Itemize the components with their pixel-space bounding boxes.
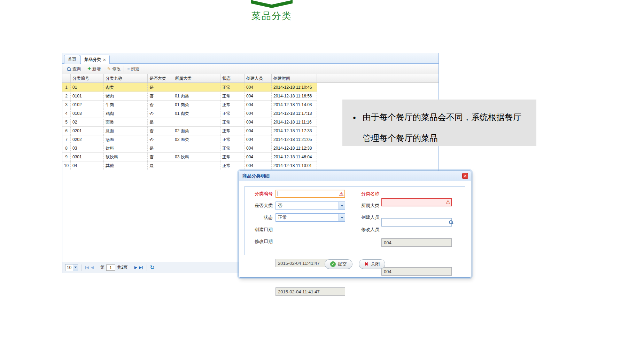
close-button[interactable]: ✖ 关闭 bbox=[359, 259, 386, 269]
grid-header-cell[interactable]: 分类名称 bbox=[104, 74, 148, 82]
name-input[interactable] bbox=[381, 198, 452, 206]
table-cell: 正常 bbox=[220, 144, 245, 153]
pager-separator bbox=[81, 264, 82, 271]
table-row[interactable]: 70202汤面否02 面类正常0042014-12-18 11:21:05 bbox=[62, 135, 317, 144]
table-cell: 004 bbox=[245, 135, 272, 144]
dialog-close-icon[interactable]: ✕ bbox=[462, 173, 468, 179]
table-cell: 0202 bbox=[71, 135, 104, 144]
table-cell: 牛肉 bbox=[104, 101, 148, 109]
page-number-input[interactable] bbox=[106, 264, 115, 271]
add-label: 新增 bbox=[92, 66, 101, 72]
query-button[interactable]: 查询 bbox=[64, 65, 83, 73]
table-cell: 是 bbox=[148, 118, 173, 127]
grid-header-cell[interactable]: 创建人员 bbox=[245, 74, 272, 82]
table-cell: 004 bbox=[245, 92, 272, 101]
tab-home-label: 首页 bbox=[68, 56, 76, 62]
first-page-bar bbox=[85, 266, 86, 269]
text-caret bbox=[278, 191, 278, 196]
note-line-2: 管理每个餐厅的菜品 bbox=[363, 128, 529, 149]
table-row[interactable]: 30102牛肉否01 肉类正常0042014-12-18 11:14:03 bbox=[62, 101, 317, 109]
table-cell: 猪肉 bbox=[104, 92, 148, 101]
table-cell: 其他 bbox=[104, 161, 148, 170]
table-cell: 正常 bbox=[220, 135, 245, 144]
table-row[interactable]: 502面类是正常0042014-12-18 11:11:16 bbox=[62, 118, 317, 127]
grid-header-cell[interactable]: 状态 bbox=[220, 74, 245, 82]
creator-label: 创建人员 bbox=[349, 213, 379, 222]
table-row[interactable]: 60201意面否02 面类正常0042014-12-18 11:17:33 bbox=[62, 127, 317, 135]
chevron-down-icon[interactable] bbox=[339, 202, 345, 209]
close-label: 关闭 bbox=[371, 261, 380, 267]
tab-close-icon[interactable]: × bbox=[103, 57, 106, 62]
grid-header-cell[interactable]: 是否大类 bbox=[148, 74, 173, 82]
tab-dish-category[interactable]: 菜品分类 × bbox=[80, 55, 110, 64]
table-cell: 02 bbox=[71, 118, 104, 127]
table-row[interactable]: 803饮料是正常0042014-12-18 11:12:38 bbox=[62, 144, 317, 153]
category-detail-dialog: 商品分类明细 ✕ 分类编号 ⚠ 分类名称 ⚠ 是否大类 否 所属大类 状态 正常 bbox=[239, 171, 471, 278]
tab-home[interactable]: 首页 bbox=[64, 55, 80, 64]
table-row[interactable]: 1004其他是正常0042014-12-18 11:13:01 bbox=[62, 161, 317, 170]
chevron-down-icon bbox=[73, 264, 78, 271]
table-cell: 01 肉类 bbox=[173, 109, 220, 118]
note-line-1: 由于每个餐厅的菜品会不同，系统根据餐厅 bbox=[363, 107, 529, 128]
row-number-cell: 1 bbox=[62, 83, 71, 92]
prev-icon: ◀ bbox=[86, 265, 89, 270]
row-number-cell: 5 bbox=[62, 118, 71, 127]
toolbar-separator bbox=[84, 66, 84, 72]
prev-page-button[interactable]: ◀ bbox=[91, 265, 93, 270]
submit-button[interactable]: ✔ 提交 bbox=[325, 259, 352, 269]
is-major-select[interactable]: 否 bbox=[276, 201, 345, 210]
code-input[interactable] bbox=[276, 190, 345, 198]
creator-field-wrap bbox=[381, 238, 452, 247]
table-cell: 2014-12-18 11:12:38 bbox=[272, 144, 317, 153]
table-cell: 004 bbox=[245, 161, 272, 170]
search-icon bbox=[67, 67, 71, 71]
table-row[interactable]: 90301软饮料否03 饮料正常0042014-12-18 11:46:04 bbox=[62, 153, 317, 161]
next-page-button[interactable]: ▶ bbox=[134, 265, 137, 270]
row-number-cell: 6 bbox=[62, 127, 71, 135]
table-cell bbox=[173, 144, 220, 153]
submit-label: 提交 bbox=[338, 261, 347, 267]
lookup-icon[interactable] bbox=[449, 220, 453, 224]
table-cell: 鸡肉 bbox=[104, 109, 148, 118]
grid-header-cell[interactable]: 创建时间 bbox=[272, 74, 317, 82]
chevron-down-icon[interactable] bbox=[339, 214, 345, 221]
refresh-icon[interactable]: ↻ bbox=[150, 265, 155, 270]
row-number-cell: 10 bbox=[62, 161, 71, 170]
table-cell: 2014-12-18 11:13:01 bbox=[272, 161, 317, 170]
tab-bar: 首页 菜品分类 × bbox=[62, 53, 439, 64]
parent-input[interactable] bbox=[381, 218, 452, 227]
creator-input bbox=[381, 238, 452, 247]
grid-header-cell[interactable]: 所属大类 bbox=[173, 74, 220, 82]
dialog-titlebar: 商品分类明细 ✕ bbox=[239, 171, 471, 181]
table-row[interactable]: 20101猪肉否01 肉类正常0042014-12-18 11:16:56 bbox=[62, 92, 317, 101]
row-number-cell: 2 bbox=[62, 92, 71, 101]
status-select[interactable]: 正常 bbox=[276, 213, 345, 222]
edit-button[interactable]: ✎ 修改 bbox=[105, 65, 123, 73]
table-cell: 004 bbox=[245, 118, 272, 127]
table-cell bbox=[173, 83, 220, 92]
table-cell: 0201 bbox=[71, 127, 104, 135]
edit-label: 修改 bbox=[112, 66, 121, 72]
parent-label: 所属大类 bbox=[349, 201, 379, 210]
grid-header-cell[interactable]: 分类编号 bbox=[71, 74, 104, 82]
last-page-button[interactable]: ▶ bbox=[139, 265, 143, 270]
table-cell: 004 bbox=[245, 83, 272, 92]
status-value: 正常 bbox=[276, 214, 339, 221]
table-row[interactable]: 40103鸡肉否01 肉类正常0042014-12-18 11:17:13 bbox=[62, 109, 317, 118]
table-cell: 0102 bbox=[71, 101, 104, 109]
toolbar-separator bbox=[104, 66, 104, 72]
page-size-select[interactable]: 10 bbox=[65, 264, 78, 271]
browse-button[interactable]: ≡ 浏览 bbox=[125, 65, 141, 73]
note-callout: ● 由于每个餐厅的菜品会不同，系统根据餐厅 管理每个餐厅的菜品 bbox=[342, 100, 536, 146]
table-row[interactable]: 101肉类是正常0042014-12-18 11:10:46 bbox=[62, 83, 317, 92]
table-cell: 004 bbox=[245, 109, 272, 118]
grid-body: 101肉类是正常0042014-12-18 11:10:4620101猪肉否01… bbox=[62, 83, 317, 170]
next-icon: ▶ bbox=[139, 265, 142, 270]
toolbar-separator bbox=[124, 66, 124, 72]
modify-date-input bbox=[276, 287, 345, 296]
table-cell: 04 bbox=[71, 161, 104, 170]
add-button[interactable]: ✚ 新增 bbox=[85, 65, 103, 73]
table-cell: 软饮料 bbox=[104, 153, 148, 161]
code-field-wrap: ⚠ bbox=[276, 190, 345, 198]
first-page-button[interactable]: ◀ bbox=[85, 265, 89, 270]
